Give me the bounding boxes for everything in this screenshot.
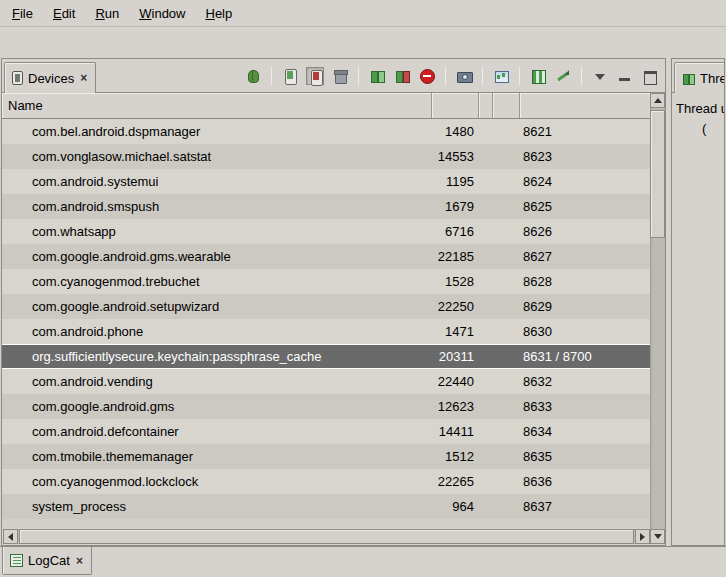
update-threads-icon[interactable] xyxy=(368,67,386,85)
threads-message: Thread up ( xyxy=(676,99,724,139)
table-row[interactable]: com.cyanogenmod.lockclock 22265 8636 xyxy=(2,469,650,494)
vertical-scrollbar[interactable] xyxy=(650,93,665,544)
menu-run[interactable]: Run xyxy=(85,2,129,25)
maximize-icon[interactable] xyxy=(641,67,659,85)
vertical-scroll-thumb[interactable] xyxy=(650,110,665,238)
process-pid: 12623 xyxy=(432,399,479,414)
process-name: com.google.android.gms xyxy=(2,399,432,414)
devices-tabbar: Devices × xyxy=(2,59,665,93)
process-name: com.android.phone xyxy=(2,324,432,339)
process-port: 8625 xyxy=(520,199,650,214)
table-row[interactable]: com.bel.android.dspmanager 1480 8621 xyxy=(2,119,650,144)
table-row[interactable]: com.whatsapp 6716 8626 xyxy=(2,219,650,244)
process-name: com.android.systemui xyxy=(2,174,432,189)
process-pid: 1679 xyxy=(432,199,479,214)
process-pid: 1471 xyxy=(432,324,479,339)
minimize-icon[interactable] xyxy=(616,67,634,85)
table-row[interactable]: com.tmobile.thememanager 1512 8635 xyxy=(2,444,650,469)
bottom-tab-bar: LogCat × xyxy=(0,546,726,577)
column-header-spacer1[interactable] xyxy=(479,93,493,118)
device-icon xyxy=(12,71,23,85)
process-port: 8621 xyxy=(520,124,650,139)
devices-panel: Devices × Name com.bel.android.dspmanage… xyxy=(1,58,666,546)
table-row[interactable]: com.google.android.gms 12623 8633 xyxy=(2,394,650,419)
process-pid: 22265 xyxy=(432,474,479,489)
process-name: com.vonglasow.michael.satstat xyxy=(2,149,432,164)
process-name: system_process xyxy=(2,499,432,514)
toolbar-separator xyxy=(445,67,446,85)
table-row[interactable]: com.android.vending 22440 8632 xyxy=(2,369,650,394)
process-port: 8629 xyxy=(520,299,650,314)
toolbar-separator xyxy=(519,67,520,85)
process-pid: 1528 xyxy=(432,274,479,289)
column-header-port[interactable] xyxy=(520,93,650,118)
horizontal-scroll-thumb[interactable] xyxy=(19,529,634,544)
process-pid: 6716 xyxy=(432,224,479,239)
ddms-window: FileEditRunWindowHelp Devices × Name xyxy=(0,0,726,577)
table-row[interactable]: org.sufficientlysecure.keychain:passphra… xyxy=(2,344,650,369)
close-icon[interactable]: × xyxy=(75,554,84,568)
tab-logcat[interactable]: LogCat × xyxy=(2,547,92,575)
process-pid: 22185 xyxy=(432,249,479,264)
dump-hprof-icon[interactable] xyxy=(306,67,324,85)
menu-help[interactable]: Help xyxy=(195,2,242,25)
toolbar-separator xyxy=(482,67,483,85)
process-port: 8634 xyxy=(520,424,650,439)
process-name: com.cyanogenmod.lockclock xyxy=(2,474,432,489)
scroll-up-button[interactable] xyxy=(650,93,665,108)
table-row[interactable]: com.google.android.setupwizard 22250 862… xyxy=(2,294,650,319)
tab-threads[interactable]: Threads xyxy=(674,62,725,93)
column-header-pid[interactable] xyxy=(432,93,479,118)
process-pid: 14553 xyxy=(432,149,479,164)
table-row[interactable]: com.android.smspush 1679 8625 xyxy=(2,194,650,219)
process-name: com.android.defcontainer xyxy=(2,424,432,439)
cause-gc-icon[interactable] xyxy=(331,67,349,85)
process-name: com.google.android.gms.wearable xyxy=(2,249,432,264)
scroll-right-button[interactable] xyxy=(635,529,650,544)
process-name: com.google.android.setupwizard xyxy=(2,299,432,314)
table-row[interactable]: com.cyanogenmod.trebuchet 1528 8628 xyxy=(2,269,650,294)
table-row[interactable]: com.android.phone 1471 8630 xyxy=(2,319,650,344)
debug-process-icon[interactable] xyxy=(244,67,262,85)
process-port: 8626 xyxy=(520,224,650,239)
tab-devices[interactable]: Devices × xyxy=(4,62,96,93)
logcat-icon xyxy=(10,554,23,567)
device-table-body: com.bel.android.dspmanager 1480 8621 com… xyxy=(2,119,650,528)
table-row[interactable]: com.android.defcontainer 14411 8634 xyxy=(2,419,650,444)
table-row[interactable]: com.android.systemui 1195 8624 xyxy=(2,169,650,194)
system-info-icon[interactable] xyxy=(492,67,510,85)
process-pid: 1195 xyxy=(432,174,479,189)
scroll-left-button[interactable] xyxy=(3,529,18,544)
devices-tab-label: Devices xyxy=(28,71,74,86)
menu-bar: FileEditRunWindowHelp xyxy=(0,0,726,27)
menu-edit[interactable]: Edit xyxy=(43,2,85,25)
process-port: 8623 xyxy=(520,149,650,164)
stop-process-icon[interactable] xyxy=(418,67,436,85)
device-table-header: Name xyxy=(2,93,650,119)
main-toolbar-empty xyxy=(0,28,726,58)
capture-hierarchy-icon[interactable] xyxy=(529,67,547,85)
scroll-down-button[interactable] xyxy=(650,529,665,544)
table-row[interactable]: com.vonglasow.michael.satstat 14553 8623 xyxy=(2,144,650,169)
start-opengl-trace-icon[interactable] xyxy=(554,67,572,85)
process-pid: 22440 xyxy=(432,374,479,389)
menu-file[interactable]: File xyxy=(2,2,43,25)
main-area: Devices × Name com.bel.android.dspmanage… xyxy=(0,58,726,546)
toolbar-separator xyxy=(358,67,359,85)
view-menu-icon[interactable] xyxy=(591,67,609,85)
screen-capture-icon[interactable] xyxy=(455,67,473,85)
update-heap-icon[interactable] xyxy=(281,67,299,85)
column-header-name[interactable]: Name xyxy=(2,93,432,118)
menu-window[interactable]: Window xyxy=(129,2,195,25)
start-method-profiling-icon[interactable] xyxy=(393,67,411,85)
process-port: 8624 xyxy=(520,174,650,189)
table-row[interactable]: com.google.android.gms.wearable 22185 86… xyxy=(2,244,650,269)
column-header-spacer2[interactable] xyxy=(493,93,520,118)
close-icon[interactable]: × xyxy=(79,71,88,85)
process-name: com.tmobile.thememanager xyxy=(2,449,432,464)
horizontal-scrollbar[interactable] xyxy=(3,529,650,544)
process-port: 8635 xyxy=(520,449,650,464)
process-name: com.android.vending xyxy=(2,374,432,389)
arrow-down-icon xyxy=(654,534,662,539)
table-row[interactable]: system_process 964 8637 xyxy=(2,494,650,519)
